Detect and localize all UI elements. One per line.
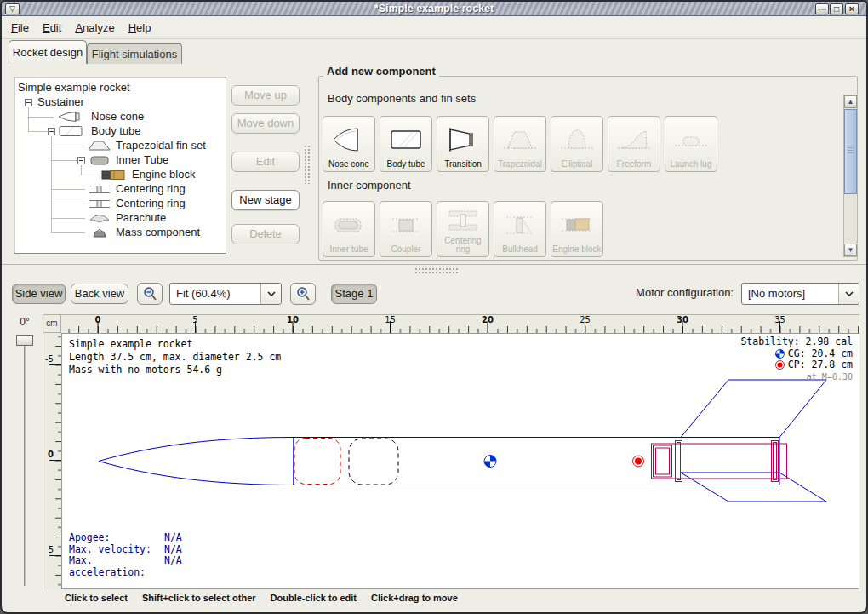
nose-cone-outline: [99, 462, 294, 485]
tree-item-centering-ring-2[interactable]: Centering ring: [116, 197, 186, 211]
inner-tube-icon: [330, 204, 368, 245]
nose-cone-icon: [57, 111, 86, 125]
centering-ring-icon: [87, 184, 112, 198]
menu-help[interactable]: Help: [122, 19, 158, 37]
menu-analyze[interactable]: Analyze: [68, 19, 121, 37]
close-button[interactable]: ✕: [845, 3, 859, 14]
rocket-dimensions: Length 37.5 cm, max. diameter 2.5 cm: [69, 351, 281, 364]
scrollbar-thumb[interactable]: [844, 109, 857, 194]
edit-button[interactable]: Edit: [231, 152, 300, 172]
add-centering-ring-button[interactable]: Centering ring: [437, 201, 489, 257]
tree-expander-sustainer[interactable]: [25, 99, 32, 106]
menu-edit[interactable]: Edit: [36, 19, 68, 37]
component-panel-scrollbar[interactable]: ▲ ▼: [843, 95, 858, 257]
tree-expander-body-tube[interactable]: [48, 128, 55, 135]
back-view-button[interactable]: Back view: [71, 284, 128, 304]
nose-cone-icon: [330, 119, 368, 160]
tree-item-trapezoidal-fin-set[interactable]: Trapezoidal fin set: [116, 139, 206, 153]
body-components-label: Body components and fin sets: [328, 92, 476, 105]
launch-lug-icon: [672, 119, 710, 160]
move-up-button[interactable]: Move up: [231, 85, 300, 106]
add-elliptical-fin-button[interactable]: Elliptical: [551, 116, 603, 172]
fin-bottom-outline: [681, 473, 826, 502]
title-bar[interactable]: ▽ *Simple example rocket — □ ✕: [2, 2, 866, 16]
window-title: *Simple example rocket: [2, 3, 866, 14]
scroll-down-button[interactable]: ▼: [844, 244, 857, 256]
splitter-handle-dots: [414, 267, 459, 273]
ruler-tick-label: 15: [385, 315, 396, 324]
tree-expander-inner-tube[interactable]: [77, 157, 85, 164]
stability-value: Stability: 2.98 cal: [740, 336, 853, 348]
add-launch-lug-button[interactable]: Launch lug: [665, 116, 717, 172]
freeform-fin-icon: [615, 119, 653, 160]
tree-item-parachute[interactable]: Parachute: [116, 211, 166, 226]
cg-value: CG: 20.4 cm: [788, 348, 853, 360]
ruler-tick-label: 0: [48, 450, 54, 459]
cg-marker[interactable]: [484, 456, 496, 468]
side-view-button[interactable]: Side view: [12, 284, 66, 304]
inner-component-label: Inner component: [328, 179, 411, 192]
tree-item-engine-block[interactable]: Engine block: [132, 168, 195, 182]
magnifier-plus-icon: [295, 286, 311, 301]
apogee-value: N/A: [164, 532, 182, 544]
horizontal-splitter[interactable]: [2, 264, 866, 274]
ruler-tick-label: 0: [95, 315, 101, 324]
tree-connector: [51, 232, 85, 233]
stage-1-toggle[interactable]: Stage 1: [331, 284, 377, 304]
tab-rocket-design[interactable]: Rocket design: [9, 40, 87, 64]
rotation-slider-track[interactable]: [24, 341, 26, 586]
motor-configuration-select[interactable]: [No motors]: [741, 283, 859, 305]
add-transition-button[interactable]: Transition: [437, 116, 489, 172]
rocket-design-canvas[interactable]: Simple example rocket Length 37.5 cm, ma…: [61, 333, 859, 589]
rotation-slider-handle[interactable]: [16, 335, 33, 346]
move-down-button[interactable]: Move down: [231, 113, 300, 134]
tree-item-inner-tube[interactable]: Inner Tube: [116, 153, 168, 168]
add-inner-tube-button[interactable]: Inner tube: [323, 201, 375, 257]
cp-value: CP: 27.8 cm: [788, 359, 853, 371]
magnifier-minus-icon: [142, 286, 157, 301]
add-freeform-fin-button[interactable]: Freeform: [608, 116, 660, 172]
chevron-down-icon: [838, 284, 859, 304]
vertical-splitter-handle[interactable]: [304, 145, 311, 184]
parachute-icon: [87, 213, 112, 227]
fin-top-outline: [681, 380, 826, 438]
parachute-outline: [294, 439, 340, 485]
component-tree[interactable]: Simple example rocket Sustainer Nose con…: [14, 77, 226, 254]
hint-shift-click: Shift+click to select other: [142, 593, 256, 603]
tree-connector: [51, 204, 85, 204]
menu-file[interactable]: File: [4, 19, 36, 37]
tree-item-sustainer[interactable]: Sustainer: [37, 95, 84, 110]
menu-bar: File Edit Analyze Help: [2, 17, 866, 39]
tree-item-nose-cone[interactable]: Nose cone: [91, 110, 144, 124]
engine-block-icon: [100, 169, 128, 183]
tree-item-rocket[interactable]: Simple example rocket: [18, 81, 130, 95]
add-body-tube-button[interactable]: Body tube: [380, 116, 432, 172]
maximize-button[interactable]: □: [830, 3, 843, 14]
cp-marker[interactable]: [633, 456, 644, 467]
ruler-tick-label: -5: [45, 354, 54, 364]
delete-button[interactable]: Delete: [231, 224, 300, 244]
tree-item-mass-component[interactable]: Mass component: [116, 226, 200, 240]
max-velocity-value: N/A: [164, 544, 182, 556]
add-bulkhead-button[interactable]: Bulkhead: [494, 201, 546, 257]
tree-connector: [28, 107, 29, 132]
cg-icon: [775, 349, 785, 359]
centering-ring-icon: [87, 198, 112, 212]
add-coupler-button[interactable]: Coupler: [380, 201, 432, 257]
scroll-up-button[interactable]: ▲: [844, 95, 857, 108]
add-engine-block-button[interactable]: Engine block: [551, 201, 603, 257]
tree-item-body-tube[interactable]: Body tube: [91, 124, 141, 139]
tab-flight-simulations[interactable]: Flight simulations: [87, 43, 182, 64]
minimize-button[interactable]: —: [815, 3, 829, 14]
new-stage-button[interactable]: New stage: [231, 190, 300, 210]
add-nose-cone-button[interactable]: Nose cone: [323, 116, 375, 172]
add-trapezoidal-fin-button[interactable]: Trapezoidal: [494, 116, 546, 172]
centering-ring-icon: [444, 204, 482, 237]
zoom-out-button[interactable]: [137, 283, 163, 305]
tree-item-centering-ring-1[interactable]: Centering ring: [116, 182, 186, 197]
rocket-info: Simple example rocket Length 37.5 cm, ma…: [69, 338, 281, 376]
bulkhead-icon: [501, 204, 539, 245]
zoom-in-button[interactable]: [290, 283, 316, 305]
ruler-unit-label: cm: [43, 314, 61, 333]
zoom-level-select[interactable]: Fit (60.4%): [169, 283, 282, 305]
